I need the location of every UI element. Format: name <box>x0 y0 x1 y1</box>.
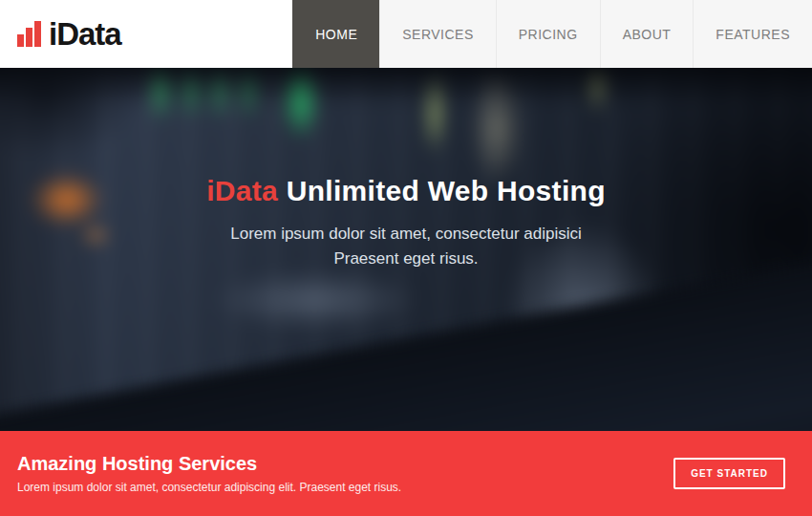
bar-chart-icon <box>17 21 41 48</box>
nav-item-services[interactable]: SERVICES <box>379 0 496 68</box>
hero-title-accent: iData <box>206 175 278 206</box>
hero-title: iData Unlimited Web Hosting <box>0 175 812 207</box>
cta-banner-copy: Amazing Hosting Services Lorem ipsum dol… <box>17 453 401 494</box>
hero-content: iData Unlimited Web Hosting Lorem ipsum … <box>0 68 812 271</box>
hero-subtitle: Lorem ipsum dolor sit amet, consectetur … <box>0 222 812 271</box>
hero-subtitle-line2: Praesent eget risus. <box>333 249 478 268</box>
banner-text: Lorem ipsum dolor sit amet, consectetur … <box>17 481 401 494</box>
cta-banner: Amazing Hosting Services Lorem ipsum dol… <box>0 431 812 516</box>
hero-subtitle-line1: Lorem ipsum dolor sit amet, consectetur … <box>230 225 582 243</box>
brand-logo[interactable]: iData <box>0 0 121 68</box>
header: iData HOME SERVICES PRICING ABOUT FEATUR… <box>0 0 812 68</box>
hero-section: iData Unlimited Web Hosting Lorem ipsum … <box>0 68 812 431</box>
brand-name: iData <box>49 16 121 53</box>
get-started-button[interactable]: GET STARTED <box>673 458 785 489</box>
hero-title-rest: Unlimited Web Hosting <box>278 175 606 206</box>
nav-item-about[interactable]: ABOUT <box>600 0 694 68</box>
nav-item-features[interactable]: FEATURES <box>693 0 812 68</box>
nav-item-home[interactable]: HOME <box>292 0 379 68</box>
main-nav: HOME SERVICES PRICING ABOUT FEATURES <box>292 0 812 68</box>
banner-title: Amazing Hosting Services <box>17 453 401 475</box>
nav-item-pricing[interactable]: PRICING <box>496 0 600 68</box>
